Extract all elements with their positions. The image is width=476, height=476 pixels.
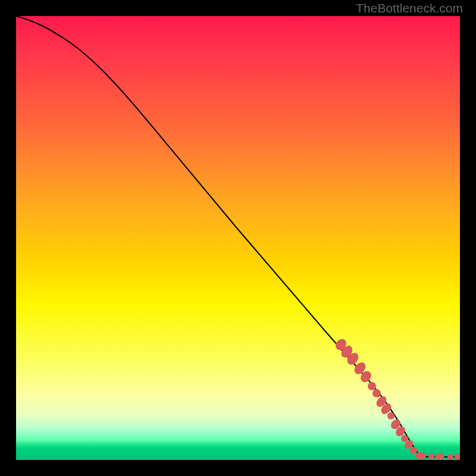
chart-svg	[16, 16, 460, 460]
svg-point-5	[368, 382, 376, 390]
svg-point-16	[428, 453, 434, 459]
svg-point-14	[410, 447, 417, 454]
svg-point-19	[455, 454, 460, 460]
svg-point-9	[387, 412, 394, 419]
svg-point-18	[447, 454, 453, 460]
highlight-dots	[333, 337, 460, 460]
svg-point-12	[401, 435, 408, 442]
svg-point-15	[415, 452, 426, 459]
svg-point-6	[372, 389, 381, 397]
curve-path	[16, 16, 460, 457]
svg-point-17	[435, 453, 444, 459]
chart-plot-area	[16, 16, 460, 460]
curve-line	[16, 16, 460, 457]
watermark-text: TheBottleneck.com	[356, 1, 463, 15]
